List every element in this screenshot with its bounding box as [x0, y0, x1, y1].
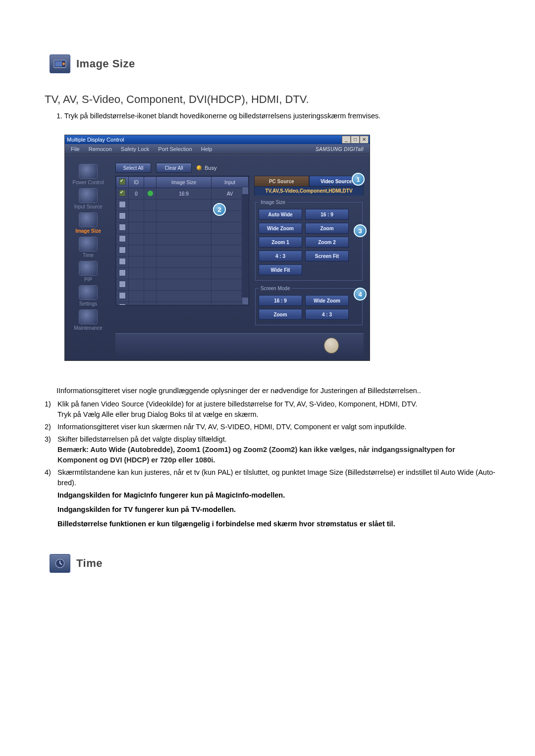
settings-icon [79, 285, 98, 300]
row-checkbox[interactable] [119, 235, 126, 242]
callout-1: 1 [352, 173, 365, 186]
tail-note-3: Billedstørrelse funktionen er kun tilgæn… [57, 519, 495, 529]
image-size-screen-fit-button[interactable]: Screen Fit [305, 251, 349, 261]
row-checkbox[interactable] [119, 258, 126, 265]
clear-all-button[interactable]: Clear All [156, 163, 192, 173]
image-size-icon [79, 212, 98, 227]
cell-id: 0 [129, 188, 144, 200]
row-checkbox[interactable] [119, 201, 126, 208]
table-row[interactable] [116, 234, 249, 245]
menu-remocon[interactable]: Remocon [89, 146, 112, 152]
sidebar: Power Control Input Source Image Size Ti… [65, 155, 111, 360]
cell-image-size: 16:9 [157, 188, 212, 200]
right-panel: PC Source Video Source TV,AV,S-Video,Com… [254, 176, 364, 330]
busy-dot-icon [197, 165, 202, 170]
table-row[interactable] [116, 302, 249, 306]
image-size-16-9-button[interactable]: 16 : 9 [305, 209, 349, 220]
row-checkbox[interactable] [119, 247, 126, 253]
sidebar-item-input-source[interactable]: Input Source [68, 188, 108, 209]
sidebar-item-settings[interactable]: Settings [68, 285, 108, 306]
screen-mode-16-9-button[interactable]: 16 : 9 [259, 295, 302, 306]
tab-pc-source[interactable]: PC Source [254, 176, 309, 187]
pip-icon [79, 261, 98, 276]
busy-indicator: Busy [197, 165, 216, 171]
callout-3: 3 [354, 224, 367, 237]
row-checkbox[interactable] [119, 303, 126, 305]
table-row[interactable] [116, 245, 249, 256]
table-row[interactable] [116, 268, 249, 279]
info-icon[interactable] [324, 338, 339, 353]
table-row[interactable]: 0 16:9 AV [116, 188, 249, 200]
sidebar-item-power-control[interactable]: Power Control [68, 164, 108, 185]
menu-file[interactable]: File [71, 146, 80, 152]
info-grid: ID Image Size Input 0 16:9 AV [115, 176, 249, 305]
svg-rect-1 [55, 61, 62, 67]
sidebar-item-label: Settings [79, 301, 97, 306]
sidebar-item-label: Image Size [75, 228, 101, 234]
table-row[interactable] [116, 291, 249, 302]
row-checkbox[interactable] [119, 292, 126, 299]
sidebar-item-image-size[interactable]: Image Size [68, 212, 108, 234]
sidebar-item-pip[interactable]: PIP [68, 261, 108, 282]
image-size-4-3-button[interactable]: 4 : 3 [259, 251, 302, 261]
row-checkbox[interactable] [119, 190, 126, 197]
app-window: Multiple Display Control _ □ ✕ File Remo… [64, 135, 370, 361]
svg-point-2 [62, 63, 65, 65]
list-item: 1) Klik på fanen Video Source (Videokild… [45, 399, 495, 420]
col-checkbox[interactable] [116, 177, 129, 188]
image-size-panel: Image Size Auto Wide 16 : 9 Wide Zoom Zo… [255, 200, 363, 281]
item-number: 1) [45, 399, 54, 420]
table-row[interactable] [116, 256, 249, 268]
screen-mode-4-3-button[interactable]: 4 : 3 [305, 309, 349, 320]
scroll-track[interactable] [242, 195, 249, 297]
row-checkbox[interactable] [119, 224, 126, 231]
scroll-down-button[interactable] [242, 297, 249, 305]
image-size-zoom-button[interactable]: Zoom [305, 223, 349, 234]
image-size-zoom1-button[interactable]: Zoom 1 [259, 237, 302, 248]
item-number: 3) [45, 434, 54, 465]
list-item: 4) Skærmtilstandene kan kun justeres, nå… [45, 467, 495, 488]
image-size-zoom2-button[interactable]: Zoom 2 [305, 237, 349, 248]
tail-note-1: Indgangskilden for MagicInfo fungerer ku… [57, 490, 495, 501]
sidebar-item-label: Maintenance [74, 325, 102, 331]
close-button[interactable]: ✕ [360, 136, 369, 144]
table-row[interactable] [116, 222, 249, 234]
minimize-button[interactable]: _ [342, 136, 351, 144]
scroll-up-button[interactable] [242, 187, 249, 195]
menu-port-selection[interactable]: Port Selection [158, 146, 192, 152]
header-checkbox[interactable] [119, 178, 126, 185]
table-row[interactable] [116, 211, 249, 222]
row-checkbox[interactable] [119, 281, 126, 288]
item-text: Skærmtilstandene kan kun justeres, når e… [57, 467, 495, 488]
list-item: 2) Informationsgitteret viser kun skærme… [45, 422, 495, 432]
sidebar-item-time[interactable]: Time [68, 237, 108, 258]
sidebar-item-maintenance[interactable]: Maintenance [68, 309, 108, 331]
image-size-section-icon [50, 54, 70, 73]
input-source-icon [79, 188, 98, 203]
grid-scrollbar[interactable] [242, 187, 249, 305]
item-text: Skifter billedstørrelsen på det valgte d… [57, 435, 227, 443]
item-number: 4) [45, 467, 54, 488]
lead-text: IInformationsgitteret viser nogle grundl… [56, 386, 495, 396]
col-status [144, 177, 157, 188]
col-image-size: Image Size [157, 177, 212, 188]
menu-help[interactable]: Help [201, 146, 213, 152]
image-size-wide-fit-button[interactable]: Wide Fit [259, 264, 302, 275]
time-icon [79, 237, 98, 252]
busy-label: Busy [205, 165, 216, 171]
table-row[interactable] [116, 200, 249, 211]
row-checkbox[interactable] [119, 269, 126, 276]
col-id: ID [129, 177, 144, 188]
select-all-button[interactable]: Select All [115, 163, 151, 173]
menu-safety-lock[interactable]: Safety Lock [121, 146, 149, 152]
image-size-wide-zoom-button[interactable]: Wide Zoom [259, 223, 302, 234]
maximize-button[interactable]: □ [351, 136, 360, 144]
list-item: 3) Skifter billedstørrelsen på det valgt… [45, 434, 495, 465]
image-size-auto-wide-button[interactable]: Auto Wide [259, 209, 302, 220]
row-checkbox[interactable] [119, 212, 126, 219]
table-row[interactable] [116, 279, 249, 291]
panel-legend: Screen Mode [259, 286, 292, 291]
item-number: 2) [45, 422, 54, 432]
screen-mode-wide-zoom-button[interactable]: Wide Zoom [305, 295, 349, 306]
screen-mode-zoom-button[interactable]: Zoom [259, 309, 302, 320]
